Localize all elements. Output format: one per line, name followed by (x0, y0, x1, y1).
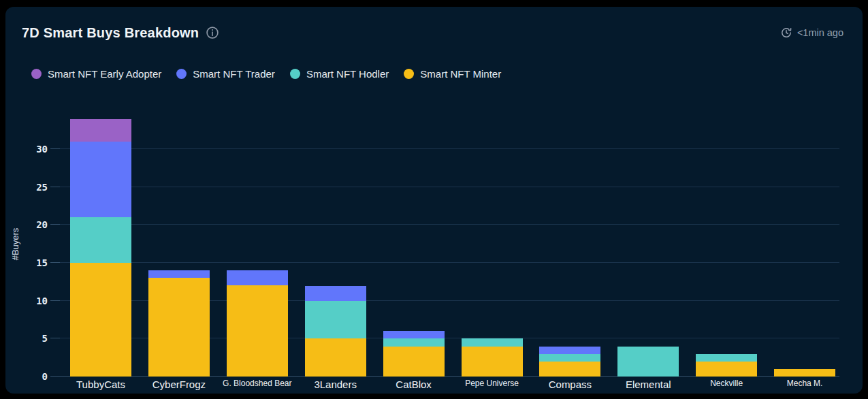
last-updated-label: <1min ago (797, 27, 843, 38)
bar-segment[interactable] (462, 347, 523, 377)
bar-segment[interactable] (539, 354, 600, 362)
card-header: 7D Smart Buys Breakdown <1min ago (22, 23, 843, 42)
plot-area: 051015202530TubbyCatsCyberFrogzG. Bloods… (60, 111, 839, 377)
bar-segment[interactable] (539, 362, 600, 377)
bar-compass[interactable] (539, 347, 600, 377)
bar-segment[interactable] (148, 270, 210, 278)
y-tick-label: 25 (22, 181, 48, 193)
y-tick-label: 20 (22, 219, 48, 231)
y-tick-mark (50, 300, 60, 301)
bar-segment[interactable] (383, 338, 445, 346)
y-tick-mark (50, 148, 60, 149)
x-axis-label: CyberFrogz (140, 379, 218, 389)
legend-dot-icon (404, 69, 414, 79)
bar-elemental[interactable] (617, 347, 679, 377)
y-tick-label: 30 (22, 143, 48, 155)
x-axis-label: 3Landers (297, 379, 374, 389)
bar-segment[interactable] (305, 286, 366, 301)
legend-item[interactable]: Smart NFT Hodler (290, 68, 389, 80)
bar-mecha-m-[interactable] (774, 369, 835, 377)
x-axis-label: Neckville (688, 379, 765, 388)
legend-item[interactable]: Smart NFT Trader (176, 68, 275, 80)
gridline (60, 224, 839, 225)
x-axis-label: Mecha M. (766, 379, 843, 388)
y-axis-title: #Buyers (8, 111, 23, 377)
bar-segment[interactable] (70, 142, 131, 217)
y-tick-mark (50, 262, 60, 263)
chart-legend: Smart NFT Early AdopterSmart NFT TraderS… (31, 68, 501, 80)
bar-segment[interactable] (696, 354, 757, 362)
legend-dot-icon (31, 69, 42, 79)
bar-catblox[interactable] (383, 331, 445, 377)
bar-segment[interactable] (696, 362, 757, 377)
legend-label: Smart NFT Early Adopter (48, 68, 161, 80)
bar-segment[interactable] (617, 347, 679, 377)
bar-segment[interactable] (70, 119, 131, 142)
bar-tubbycats[interactable] (70, 119, 131, 377)
y-tick-label: 10 (22, 295, 48, 307)
bar-segment[interactable] (383, 347, 445, 377)
y-tick-label: 0 (22, 370, 48, 383)
bar-segment[interactable] (305, 301, 366, 339)
last-updated: <1min ago (780, 27, 843, 39)
gridline (60, 262, 839, 263)
x-axis-label: TubbyCats (62, 379, 140, 389)
legend-dot-icon (290, 69, 300, 79)
bar-neckville[interactable] (696, 354, 757, 377)
bar-segment[interactable] (305, 338, 366, 377)
gridline (60, 148, 839, 149)
bar-segment[interactable] (227, 285, 288, 377)
gridline (60, 187, 839, 187)
bar-3landers[interactable] (305, 286, 366, 377)
bar-cyberfrogz[interactable] (148, 270, 210, 377)
legend-item[interactable]: Smart NFT Minter (404, 68, 501, 80)
legend-label: Smart NFT Trader (193, 68, 275, 80)
y-tick-label: 15 (22, 257, 48, 269)
bar-segment[interactable] (539, 347, 600, 354)
x-axis-label: Compass (531, 379, 609, 389)
y-tick-mark (50, 187, 60, 187)
chart-card: 7D Smart Buys Breakdown <1min ago Smart … (5, 7, 863, 394)
clock-refresh-icon[interactable] (780, 27, 792, 39)
bar-segment[interactable] (462, 338, 523, 346)
y-tick-mark (50, 224, 60, 225)
bar-segment[interactable] (148, 278, 210, 377)
x-axis-label: G. Bloodshed Bear (219, 379, 296, 388)
bar-segment[interactable] (70, 217, 131, 263)
bar-segment[interactable] (774, 369, 835, 377)
x-axis-label: Elemental (609, 379, 687, 389)
y-tick-mark (50, 338, 60, 338)
legend-item[interactable]: Smart NFT Early Adopter (31, 68, 161, 80)
y-tick-mark (50, 376, 60, 377)
legend-label: Smart NFT Minter (420, 68, 501, 80)
x-axis-label: CatBlox (375, 379, 453, 389)
bar-segment[interactable] (383, 331, 445, 338)
info-icon[interactable] (206, 26, 219, 39)
x-axis-label: Pepe Universe (453, 379, 531, 388)
legend-dot-icon (176, 69, 187, 79)
bar-pepe-universe[interactable] (462, 338, 523, 377)
legend-label: Smart NFT Hodler (306, 68, 389, 80)
bar-segment[interactable] (70, 263, 131, 377)
bar-segment[interactable] (227, 270, 288, 285)
y-tick-label: 5 (22, 332, 48, 345)
page-title: 7D Smart Buys Breakdown (22, 25, 199, 41)
bar-g-bloodshed-bear[interactable] (227, 270, 288, 377)
